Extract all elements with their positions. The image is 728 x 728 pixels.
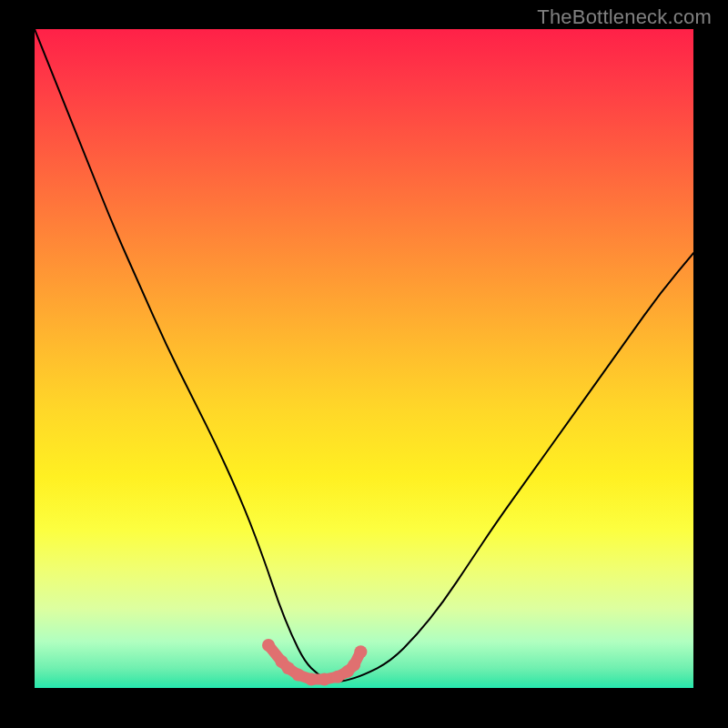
optimal-zone-marker bbox=[354, 645, 367, 658]
optimal-zone-marker bbox=[348, 659, 360, 672]
chart-container: TheBottleneck.com bbox=[0, 0, 728, 728]
optimal-zone-marker bbox=[318, 673, 331, 686]
optimal-zone-marker bbox=[305, 673, 318, 686]
bottleneck-curve bbox=[35, 29, 693, 682]
watermark-text: TheBottleneck.com bbox=[537, 5, 712, 29]
plot-area bbox=[35, 29, 693, 688]
chart-svg bbox=[35, 29, 693, 688]
optimal-zone-marker bbox=[292, 669, 305, 682]
optimal-zone-marker bbox=[262, 639, 275, 652]
